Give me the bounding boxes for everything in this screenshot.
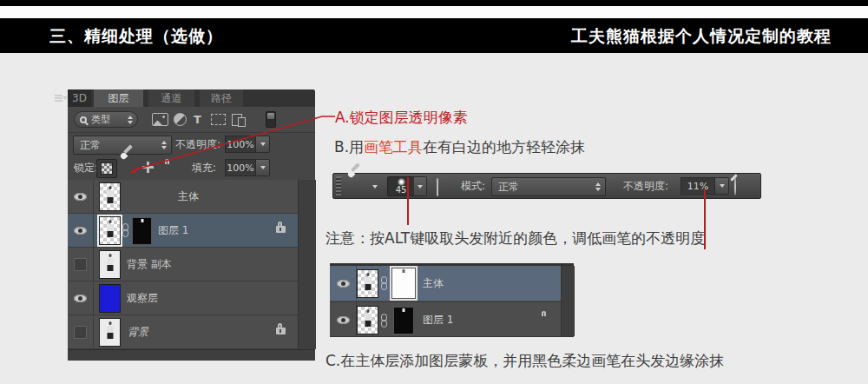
filter-switch-icon — [266, 111, 276, 128]
layer-thumbnail[interactable] — [99, 216, 121, 245]
updown-arrows-icon — [128, 116, 133, 124]
title-bar: 三、精细处理（选做） 工夫熊猫根据个人情况定制的教程 — [0, 18, 868, 53]
layer-thumbnail[interactable] — [99, 182, 121, 211]
visibility-toggle[interactable] — [68, 214, 94, 247]
brush-opacity-value-field[interactable]: 11% — [681, 177, 715, 195]
layer-row-guanchaceng[interactable]: 观察层 — [68, 281, 298, 315]
tab-3d[interactable]: 3D — [68, 89, 91, 107]
filter-type-layers-button[interactable]: T — [194, 107, 201, 132]
brush-preset-picker[interactable]: 45 — [387, 176, 415, 196]
fill-value-field[interactable]: 100% — [225, 159, 256, 176]
layer-thumbnail[interactable] — [99, 250, 121, 279]
annotation-b-prefix: B.用 — [334, 138, 364, 156]
filter-shape-layers-button[interactable] — [211, 107, 226, 132]
eye-icon — [74, 193, 87, 201]
visibility-toggle[interactable] — [68, 248, 94, 281]
tab-channels[interactable]: 通道 — [148, 89, 194, 107]
layer-thumbnail[interactable] — [99, 284, 121, 313]
brush-options-bar: 45 模式: 正常 不透明度: 11% — [332, 173, 761, 199]
image-layer-icon — [152, 113, 168, 126]
blend-mode-value: 正常 — [80, 138, 101, 153]
figure-silhouette — [106, 254, 114, 276]
annotation-b-suffix: 在有白边的地方轻轻涂抹 — [423, 138, 585, 156]
filter-type-label: 类型 — [91, 113, 110, 126]
airbrush-icon — [734, 177, 736, 195]
layer-mask-thumbnail[interactable] — [391, 268, 416, 299]
figure-silhouette — [106, 220, 114, 242]
layer-name: 背景 副本 — [127, 248, 172, 281]
mode-dropdown[interactable]: 正常 — [491, 177, 606, 196]
mask-link-icon[interactable] — [381, 314, 387, 328]
shape-layer-icon — [211, 114, 226, 125]
layers-panel: 3D 图层 通道 路径 类型 T 正常 不透明度: 100 — [68, 89, 315, 360]
layer-name: 图层 1 — [158, 214, 188, 248]
filter-smart-objects-button[interactable] — [232, 107, 242, 132]
opacity-label: 不透明度: — [175, 132, 220, 157]
layer-name: 图层 1 — [423, 302, 453, 337]
tab-paths[interactable]: 路径 — [200, 89, 243, 107]
hidden-eye-checkbox — [74, 326, 87, 339]
filter-row: 类型 T — [68, 107, 315, 133]
layer-name: 观察层 — [127, 281, 158, 315]
lock-icon — [276, 226, 286, 233]
airbrush-button[interactable] — [734, 178, 736, 195]
opacity-value-field[interactable]: 100% — [225, 136, 256, 153]
visibility-toggle[interactable] — [330, 266, 357, 301]
toolbar-grip[interactable] — [336, 176, 341, 196]
visibility-toggle[interactable] — [68, 180, 94, 213]
lock-label: 锁定: — [74, 157, 98, 178]
layer-thumbnail[interactable] — [357, 306, 378, 334]
layer-name: 主体 — [178, 180, 199, 214]
eye-icon — [74, 295, 87, 302]
layer-row-tuceng1[interactable]: 图层 1 — [68, 214, 298, 248]
layer-row-beijing-fuben[interactable]: 背景 副本 — [68, 248, 298, 281]
figure-silhouette — [106, 186, 114, 209]
brush-size-value: 45 — [388, 186, 414, 195]
mini-layer-row-tuceng1[interactable]: 图层 1 — [330, 301, 561, 337]
top-black-strip — [0, 0, 868, 6]
adjustment-layer-icon — [174, 113, 187, 126]
note-line: 注意：按ALT键吸取头发附近的颜色，调低画笔的不透明度 — [326, 228, 705, 248]
brush-opacity-label: 不透明度: — [623, 174, 668, 198]
layer-thumbnail[interactable] — [99, 318, 121, 347]
filter-type-dropdown[interactable]: 类型 — [74, 111, 138, 128]
fill-dropdown-button[interactable] — [256, 159, 270, 176]
filter-pixel-layers-button[interactable] — [152, 107, 168, 132]
mini-panel-scroll-gutter[interactable] — [561, 266, 575, 336]
layer-mask-thumbnail[interactable] — [132, 217, 152, 245]
brush-tool-dropdown-arrow[interactable] — [372, 185, 378, 189]
tab-layers[interactable]: 图层 — [94, 89, 143, 107]
visibility-toggle[interactable] — [68, 315, 94, 348]
updown-arrows-icon — [595, 182, 601, 191]
layer-thumbnail[interactable] — [357, 269, 378, 298]
mask-link-icon[interactable] — [381, 276, 387, 290]
blend-mode-row: 正常 不透明度: 100% — [68, 132, 315, 157]
opacity-dropdown-button[interactable] — [256, 136, 270, 153]
layer-row-zhuti[interactable]: 主体 — [68, 180, 298, 214]
figure-silhouette — [106, 321, 114, 344]
panel-tab-bar: 3D 图层 通道 路径 — [68, 89, 315, 107]
annotation-a: A.锁定图层透明像素 — [335, 108, 468, 128]
figure-silhouette — [364, 309, 372, 332]
layer-row-beijing[interactable]: 背景 — [68, 315, 298, 349]
eye-icon — [337, 280, 350, 288]
lock-row: 锁定: 填充: 100% — [68, 157, 315, 180]
lock-transparent-pixels-button[interactable] — [96, 159, 117, 178]
annotation-b: B.用画笔工具在有白边的地方轻轻涂抹 — [334, 137, 585, 157]
mini-layers-panel: 主体 图层 1 — [330, 263, 574, 337]
brush-panel-icon — [437, 178, 438, 196]
visibility-toggle[interactable] — [330, 302, 357, 337]
layer-name: 主体 — [423, 266, 444, 301]
eye-icon — [74, 227, 87, 235]
mini-layer-row-zhuti[interactable]: 主体 — [330, 266, 561, 301]
layer-mask-thumbnail[interactable] — [393, 307, 414, 334]
filter-toggle-switch[interactable] — [266, 107, 276, 132]
brush-opacity-dropdown-button[interactable] — [715, 177, 729, 195]
visibility-toggle[interactable] — [68, 281, 94, 314]
panel-scroll-gutter[interactable] — [298, 180, 316, 349]
mask-link-icon[interactable] — [122, 223, 128, 237]
filter-adjustment-layers-button[interactable] — [174, 107, 187, 132]
toggle-brush-panel-button[interactable] — [437, 179, 438, 195]
brush-preset-dropdown-button[interactable] — [414, 176, 427, 196]
top-white-gap — [0, 6, 868, 18]
